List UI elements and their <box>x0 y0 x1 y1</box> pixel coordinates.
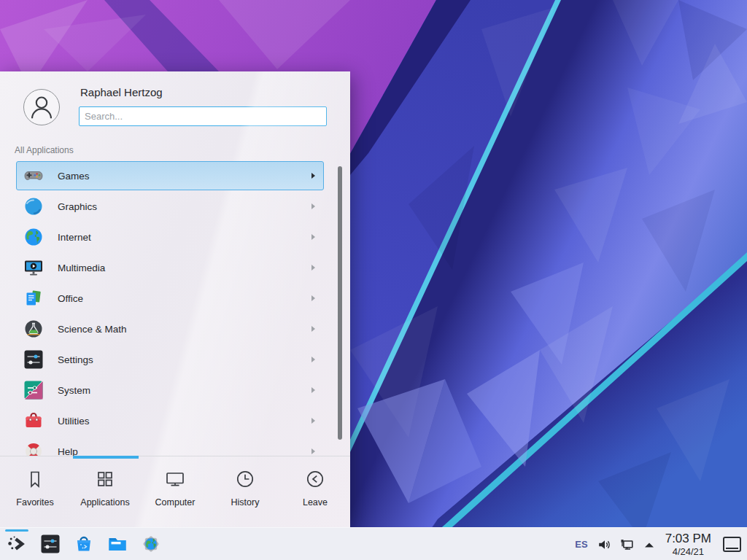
expand-arrow-icon[interactable] <box>643 541 655 548</box>
games-icon <box>23 166 44 186</box>
applications-icon <box>94 468 116 490</box>
submenu-arrow-icon <box>311 234 315 240</box>
favorites-icon <box>24 468 46 490</box>
application-category-list: GamesGraphicsInternetMultimediaOfficeSci… <box>0 160 350 456</box>
tab-leave[interactable]: Leave <box>280 456 350 527</box>
category-row-science-math[interactable]: Science & Math <box>0 314 350 344</box>
submenu-arrow-icon <box>311 357 315 362</box>
submenu-arrow-icon <box>311 387 315 393</box>
application-launcher-button[interactable] <box>6 533 28 555</box>
leave-icon <box>304 468 326 490</box>
computer-icon <box>164 468 186 490</box>
tab-applications[interactable]: Applications <box>70 456 140 527</box>
category-row-multimedia[interactable]: Multimedia <box>0 252 350 283</box>
clock-date: 4/24/21 <box>665 547 711 556</box>
clock-time: 7:03 PM <box>665 532 711 545</box>
tab-history[interactable]: History <box>210 456 280 527</box>
submenu-arrow-icon <box>311 265 315 271</box>
graphics-icon <box>23 196 44 217</box>
category-label: Science & Math <box>58 324 350 335</box>
category-label: Utilities <box>58 416 350 427</box>
multimedia-icon <box>23 257 44 278</box>
category-row-help[interactable]: Help <box>0 436 350 456</box>
office-icon <box>23 288 44 308</box>
active-tab-indicator <box>73 456 139 459</box>
category-label: Multimedia <box>58 262 350 273</box>
system-tray: ES 7:03 PM 4/24/21 <box>575 528 741 560</box>
settings-icon <box>23 349 44 370</box>
category-label: Office <box>58 293 350 304</box>
keyboard-layout-indicator[interactable]: ES <box>575 539 587 550</box>
tab-label: History <box>231 497 260 508</box>
scrollbar-thumb[interactable] <box>338 166 342 440</box>
category-row-settings[interactable]: Settings <box>0 344 350 375</box>
file-manager-launcher[interactable] <box>107 533 128 555</box>
science-icon <box>23 319 44 339</box>
category-row-office[interactable]: Office <box>0 283 350 314</box>
tray-icons <box>597 537 665 553</box>
category-label: Graphics <box>58 201 350 212</box>
system-icon <box>23 380 44 400</box>
category-label: Games <box>58 171 350 182</box>
submenu-arrow-icon <box>311 295 315 301</box>
category-label: Help <box>58 446 350 456</box>
system-settings-launcher[interactable] <box>39 533 61 555</box>
user-name: Raphael Hertzog <box>80 86 163 98</box>
desktop-icon <box>726 548 738 549</box>
application-launcher-popup: Raphael Hertzog All Applications GamesGr… <box>0 71 350 527</box>
network-wired-icon[interactable] <box>619 537 635 553</box>
tab-computer[interactable]: Computer <box>140 456 210 527</box>
digital-clock[interactable]: 7:03 PM 4/24/21 <box>665 532 711 556</box>
tab-label: Computer <box>155 497 196 508</box>
tab-favorites[interactable]: Favorites <box>0 456 70 527</box>
category-label: System <box>58 385 350 396</box>
volume-icon[interactable] <box>597 537 613 553</box>
taskbar-panel: ES 7:03 PM 4/24/21 <box>0 527 747 560</box>
web-browser-launcher[interactable] <box>140 533 162 555</box>
category-row-internet[interactable]: Internet <box>0 222 350 252</box>
category-label: Internet <box>58 232 350 243</box>
category-row-games[interactable]: Games <box>0 160 350 191</box>
tab-label: Favorites <box>16 497 53 508</box>
desktop: Raphael Hertzog All Applications GamesGr… <box>0 0 747 560</box>
utilities-icon <box>23 411 44 431</box>
category-row-utilities[interactable]: Utilities <box>0 405 350 436</box>
submenu-arrow-icon <box>311 173 315 179</box>
internet-icon <box>23 227 44 247</box>
search-input[interactable] <box>79 106 327 126</box>
tab-label: Applications <box>80 497 129 508</box>
show-desktop-button[interactable] <box>723 537 741 552</box>
tab-label: Leave <box>303 497 328 508</box>
history-icon <box>234 468 256 490</box>
category-row-graphics[interactable]: Graphics <box>0 191 350 222</box>
submenu-arrow-icon <box>311 418 315 424</box>
section-label: All Applications <box>15 145 74 155</box>
category-row-system[interactable]: System <box>0 375 350 405</box>
submenu-arrow-icon <box>311 326 315 332</box>
launcher-tab-bar: FavoritesApplicationsComputerHistoryLeav… <box>0 456 350 527</box>
discover-launcher[interactable] <box>73 533 95 555</box>
launcher-open-indicator <box>5 529 28 532</box>
help-icon <box>23 441 44 456</box>
panel-launchers <box>6 533 162 555</box>
category-label: Settings <box>58 354 350 365</box>
user-avatar-icon <box>23 89 60 125</box>
submenu-arrow-icon <box>311 203 315 209</box>
submenu-arrow-icon <box>311 448 315 454</box>
